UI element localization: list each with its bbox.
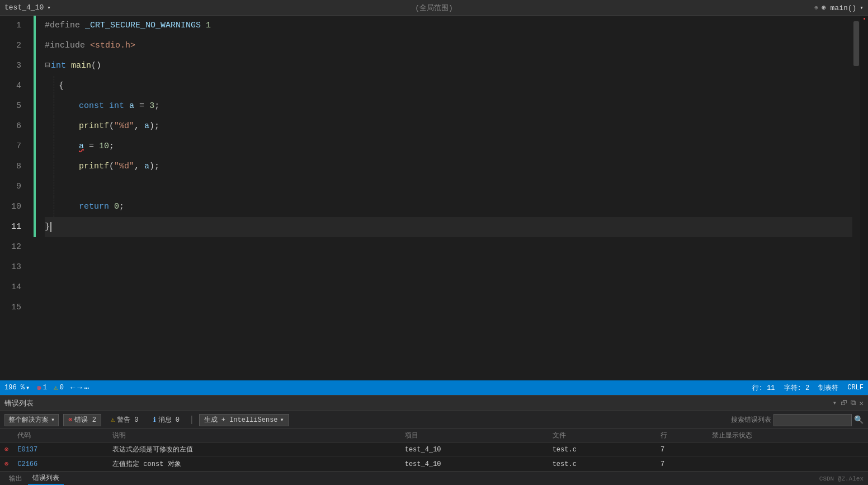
zoom-dropdown[interactable]: ▾ xyxy=(26,384,30,392)
error-number: 1 xyxy=(43,384,47,392)
line-number-5: 5 xyxy=(0,96,27,116)
line-number-13: 13 xyxy=(0,257,27,277)
code-line-3[interactable]: ⊟int main() xyxy=(45,56,852,76)
warning-filter-label: 警告 0 xyxy=(117,415,138,425)
build-filter-button[interactable]: 生成 + IntelliSense ▾ xyxy=(199,414,289,426)
error-row-type-icon-1: ⊗ xyxy=(0,457,13,472)
filter-separator: | xyxy=(189,415,195,425)
nav-back-button[interactable]: ← xyxy=(70,383,75,392)
warning-filter-button[interactable]: ⚠ 警告 0 xyxy=(106,414,144,426)
warning-filter-icon: ⚠ xyxy=(111,416,115,424)
bottom-tabs: 输出 错误列表 CSDN @Z.Alex xyxy=(0,472,868,485)
code-container[interactable]: 123456789101112131415 #define _CRT_SECUR… xyxy=(0,16,868,380)
error-row-suppress-0 xyxy=(707,442,868,457)
code-line-11[interactable]: } xyxy=(45,217,852,237)
function-icon: ⊕ xyxy=(814,4,818,11)
error-filter-button[interactable]: ⊗ 错误 2 xyxy=(63,414,101,426)
warning-icon: ⚠ xyxy=(54,383,58,392)
info-filter-label: 消息 0 xyxy=(158,415,180,425)
error-row-0[interactable]: ⊗E0137表达式必须是可修改的左值test_4_10test.c7 xyxy=(0,442,868,457)
error-row-project-1: test_4_10 xyxy=(400,457,548,472)
line-number-1: 1 xyxy=(0,16,27,36)
code-line-8[interactable]: printf("%d", a); xyxy=(54,157,852,177)
code-line-14[interactable] xyxy=(45,277,852,298)
zoom-value: 196 % xyxy=(4,384,25,392)
code-content[interactable]: #define _CRT_SECURE_NO_WARNINGS 1#includ… xyxy=(36,16,852,380)
top-bar-left: test_4_10 ▾ xyxy=(4,3,289,12)
error-toolbar: 整个解决方案 ▾ ⊗ 错误 2 ⚠ 警告 0 ℹ 消息 0 | 生成 + Int… xyxy=(0,411,868,429)
error-filter-label: 错误 2 xyxy=(74,415,96,425)
error-filter-icon: ⊗ xyxy=(68,416,72,424)
error-count[interactable]: ⊗ 1 xyxy=(36,383,47,393)
panel-close-button[interactable]: ✕ xyxy=(859,399,864,408)
panel-controls: ▾ 🗗 ⧉ ✕ xyxy=(833,399,864,408)
nav-arrows: ← → ⋯ xyxy=(70,383,89,393)
line-number-10: 10 xyxy=(0,197,27,217)
scope-text: (全局范围) xyxy=(415,4,453,12)
line-number-6: 6 xyxy=(0,116,27,136)
col-header-suppress: 禁止显示状态 xyxy=(707,429,868,442)
nav-fwd-button[interactable]: → xyxy=(77,383,82,392)
error-row-desc-0: 表达式必须是可修改的左值 xyxy=(108,442,400,457)
status-right: 行: 11 字符: 2 制表符 CRLF xyxy=(752,383,864,393)
zoom-control[interactable]: 196 % ▾ xyxy=(4,384,30,392)
col-header-project: 项目 xyxy=(400,429,548,442)
panel-pin-button[interactable]: ▾ 🗗 xyxy=(833,399,847,407)
error-row-file-0: test.c xyxy=(548,442,656,457)
search-errors-label: 搜索错误列表 xyxy=(731,415,771,425)
scope-dropdown-label: 整个解决方案 xyxy=(8,415,49,425)
function-label: ⊕ main() xyxy=(822,3,856,12)
right-edge xyxy=(860,16,868,380)
error-row-code-1: C2166 xyxy=(13,457,108,472)
code-line-10[interactable]: return 0; xyxy=(54,197,852,217)
top-bar-right: ⊕ ⊕ main() ▾ xyxy=(579,3,864,12)
nav-extra-button[interactable]: ⋯ xyxy=(84,383,89,393)
line-number-3: 3 xyxy=(0,56,27,76)
error-table-container: 代码 说明 项目 文件 行 禁止显示状态 ⊗E0137表达式必须是可修改的左值t… xyxy=(0,429,868,472)
code-line-2[interactable]: #include <stdio.h> xyxy=(45,36,852,56)
panel-float-button[interactable]: ⧉ xyxy=(851,399,856,407)
scrollbar-track[interactable] xyxy=(852,16,860,380)
warning-number: 0 xyxy=(60,384,64,392)
col-header-file: 文件 xyxy=(548,429,656,442)
warning-count[interactable]: ⚠ 0 xyxy=(54,383,64,392)
build-filter-arrow: ▾ xyxy=(280,416,284,424)
tab-output[interactable]: 输出 xyxy=(4,473,27,484)
top-bar: test_4_10 ▾ (全局范围) ⊕ ⊕ main() ▾ xyxy=(0,0,868,16)
scope-dropdown-arrow: ▾ xyxy=(51,416,55,424)
line-number-7: 7 xyxy=(0,136,27,157)
info-filter-button[interactable]: ℹ 消息 0 xyxy=(148,414,185,426)
code-line-6[interactable]: printf("%d", a); xyxy=(54,116,852,136)
function-dropdown[interactable]: ▾ xyxy=(860,4,864,11)
search-errors-input[interactable] xyxy=(773,414,852,426)
code-line-15[interactable] xyxy=(45,298,852,318)
error-row-desc-1: 左值指定 const 对象 xyxy=(108,457,400,472)
scope-label: (全局范围) xyxy=(291,3,576,13)
code-line-13[interactable] xyxy=(45,257,852,277)
line-number-4: 4 xyxy=(0,76,27,96)
col-info: 字符: 2 xyxy=(784,383,810,393)
file-title-dropdown[interactable]: ▾ xyxy=(47,4,51,11)
error-row-1[interactable]: ⊗C2166左值指定 const 对象test_4_10test.c7 xyxy=(0,457,868,472)
code-line-9[interactable] xyxy=(54,177,852,197)
code-line-12[interactable] xyxy=(45,237,852,257)
error-table: 代码 说明 项目 文件 行 禁止显示状态 ⊗E0137表达式必须是可修改的左值t… xyxy=(0,429,868,472)
search-errors-icon[interactable]: 🔍 xyxy=(854,415,864,425)
search-errors: 搜索错误列表 🔍 xyxy=(731,414,864,426)
col-header-line: 行 xyxy=(656,429,707,442)
scrollbar-thumb[interactable] xyxy=(853,21,859,66)
file-title: test_4_10 xyxy=(4,3,44,12)
error-row-project-0: test_4_10 xyxy=(400,442,548,457)
footer-credit: CSDN @Z.Alex xyxy=(819,475,864,482)
code-line-1[interactable]: #define _CRT_SECURE_NO_WARNINGS 1 xyxy=(45,16,852,36)
col-header-desc: 说明 xyxy=(108,429,400,442)
error-row-suppress-1 xyxy=(707,457,868,472)
line-number-11: 11 xyxy=(0,217,27,237)
line-number-14: 14 xyxy=(0,277,27,298)
tab-error-list[interactable]: 错误列表 xyxy=(28,472,64,485)
code-line-4[interactable]: { xyxy=(54,76,852,96)
row-info: 行: 11 xyxy=(752,383,775,393)
scope-dropdown[interactable]: 整个解决方案 ▾ xyxy=(4,414,59,426)
code-line-5[interactable]: const int a = 3; xyxy=(54,96,852,116)
code-line-7[interactable]: a = 10; xyxy=(54,136,852,157)
